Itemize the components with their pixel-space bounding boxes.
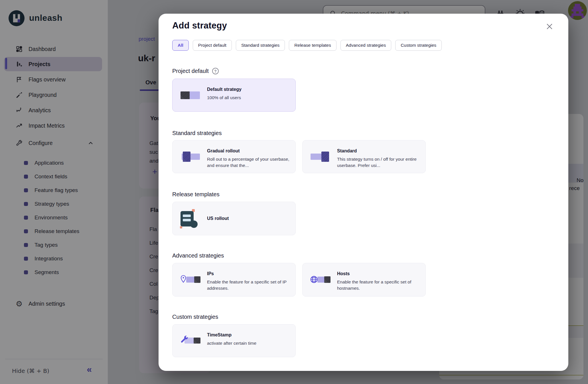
release-template-icon (180, 209, 201, 228)
section-title-release-templates: Release templates (172, 191, 220, 198)
strategy-card-ips[interactable]: IPs Enable the feature for a specific se… (172, 263, 296, 297)
section-title-custom-strategies: Custom strategies (172, 314, 218, 320)
section-title-project-default: Project default ? (172, 68, 219, 74)
modal-title: Add strategy (172, 21, 227, 31)
close-icon[interactable] (545, 22, 554, 31)
strategy-card-standard[interactable]: Standard This strategy turns on / off fo… (302, 140, 426, 173)
default-strategy-icon (180, 86, 201, 105)
filter-chip-release-templates[interactable]: Release templates (289, 40, 336, 51)
standard-strategy-icon (310, 147, 331, 166)
strategy-card-hosts[interactable]: Hosts Enable the feature for a specific … (302, 263, 426, 297)
custom-strategy-wrench-icon (180, 331, 201, 350)
strategy-card-default-strategy[interactable]: Default strategy 100% of all users (172, 79, 296, 112)
app-root: unleash Dashboard (0, 0, 588, 384)
add-strategy-modal: Add strategy All Project default Standar… (159, 14, 568, 371)
filter-chip-project-default[interactable]: Project default (193, 40, 232, 51)
gradual-rollout-icon (180, 147, 201, 166)
section-title-advanced-strategies: Advanced strategies (172, 252, 224, 259)
help-icon[interactable]: ? (212, 68, 219, 74)
filter-chip-all[interactable]: All (172, 40, 189, 51)
strategy-card-timestamp[interactable]: TimeStamp activate after certain time (172, 324, 296, 357)
filter-chip-standard-strategies[interactable]: Standard strategies (236, 40, 285, 51)
strategy-card-gradual-rollout[interactable]: Gradual rollout Roll out to a percentage… (172, 140, 296, 173)
strategy-filter-chips: All Project default Standard strategies … (172, 40, 442, 51)
filter-chip-advanced-strategies[interactable]: Advanced strategies (340, 40, 391, 51)
ip-pin-icon (180, 270, 201, 289)
globe-icon (310, 270, 331, 289)
strategy-card-us-rollout[interactable]: US rollout (172, 202, 296, 235)
section-title-standard-strategies: Standard strategies (172, 130, 222, 136)
filter-chip-custom-strategies[interactable]: Custom strategies (395, 40, 442, 51)
